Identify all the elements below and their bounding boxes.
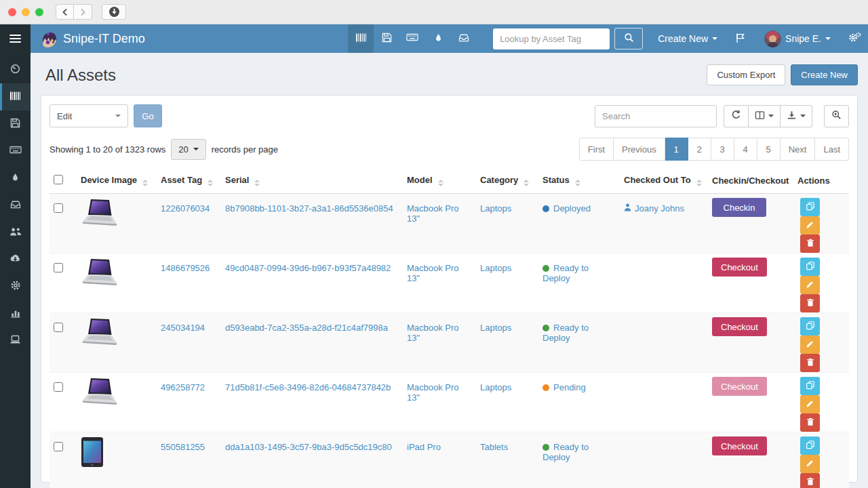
- pagination-button-3[interactable]: 3: [711, 138, 734, 161]
- category-link[interactable]: Laptops: [480, 382, 511, 392]
- feedback-flag-button[interactable]: [735, 33, 747, 45]
- sidebar-item-drawer[interactable]: [0, 192, 31, 219]
- maximize-window-button[interactable]: [35, 8, 43, 16]
- asset-tag-link[interactable]: 496258772: [161, 382, 205, 392]
- navbar-barcode-button[interactable]: [348, 24, 374, 53]
- navbar-drawer-button[interactable]: [451, 24, 477, 53]
- category-link[interactable]: Laptops: [480, 263, 511, 273]
- app-brand[interactable]: Snipe-IT Demo: [31, 30, 145, 47]
- sidebar-item-keyboard[interactable]: [0, 138, 31, 165]
- select-all-checkbox[interactable]: [54, 175, 63, 184]
- minimize-window-button[interactable]: [22, 8, 30, 16]
- export-button[interactable]: [781, 105, 812, 127]
- column-header-checked-out-to[interactable]: Checked Out To: [620, 169, 708, 194]
- column-header-model[interactable]: Model: [403, 169, 476, 194]
- refresh-button[interactable]: [724, 105, 749, 127]
- model-link[interactable]: Macbook Pro 13": [407, 382, 459, 403]
- user-menu[interactable]: Snipe E.: [764, 30, 831, 47]
- delete-button[interactable]: [800, 473, 820, 488]
- model-link[interactable]: Macbook Pro 13": [407, 323, 459, 343]
- asset-tag-link[interactable]: 1226076034: [161, 203, 210, 214]
- device-image-laptop[interactable]: [81, 221, 120, 231]
- edit-button[interactable]: [800, 336, 820, 354]
- row-checkbox[interactable]: [54, 263, 63, 272]
- table-search-input[interactable]: [595, 105, 717, 127]
- delete-button[interactable]: [800, 235, 820, 253]
- row-checkbox[interactable]: [54, 442, 63, 451]
- pagination-button-first[interactable]: First: [579, 138, 614, 161]
- sidebar-item-laptop[interactable]: [0, 327, 31, 354]
- edit-button[interactable]: [800, 455, 820, 473]
- admin-settings-button[interactable]: [848, 32, 861, 45]
- sidebar-item-users[interactable]: [0, 219, 31, 246]
- category-link[interactable]: Tablets: [480, 442, 508, 452]
- navbar-droplet-button[interactable]: [425, 24, 451, 53]
- model-link[interactable]: Macbook Pro 13": [407, 263, 459, 283]
- category-link[interactable]: Laptops: [480, 203, 511, 214]
- checked-out-to-link[interactable]: Joany Johns: [624, 203, 684, 214]
- edit-button[interactable]: [800, 395, 820, 413]
- asset-tag-link[interactable]: 1486679526: [161, 263, 210, 273]
- clone-button[interactable]: [800, 317, 820, 336]
- device-image-laptop[interactable]: [81, 400, 120, 410]
- pagination-button-2[interactable]: 2: [688, 138, 711, 161]
- row-checkbox[interactable]: [54, 323, 63, 332]
- sidebar-item-barcode[interactable]: [0, 83, 31, 110]
- model-link[interactable]: Macbook Pro 13": [407, 203, 459, 224]
- model-link[interactable]: iPad Pro: [407, 442, 441, 452]
- asset-tag-link[interactable]: 245034194: [161, 323, 205, 333]
- column-header-device-image[interactable]: Device Image: [77, 169, 157, 194]
- pagination-button-previous[interactable]: Previous: [614, 138, 665, 161]
- sidebar-item-bar-chart[interactable]: [0, 300, 31, 327]
- checkout-button[interactable]: Checkout: [712, 436, 767, 455]
- pagination-button-1[interactable]: 1: [665, 138, 688, 161]
- pagination-button-last[interactable]: Last: [815, 138, 849, 161]
- clone-button[interactable]: [800, 198, 820, 216]
- column-header-category[interactable]: Category: [476, 169, 538, 194]
- row-checkbox[interactable]: [54, 382, 63, 392]
- category-link[interactable]: Laptops: [480, 323, 511, 333]
- navbar-keyboard-button[interactable]: [399, 24, 425, 53]
- clone-button[interactable]: [800, 436, 820, 455]
- sidebar-item-cloud-download[interactable]: [0, 246, 31, 273]
- toggle-search-button[interactable]: [824, 105, 849, 127]
- device-image-laptop[interactable]: [81, 281, 120, 291]
- sidebar-item-tachometer[interactable]: [0, 56, 31, 83]
- checkout-button[interactable]: Checkout: [712, 317, 767, 336]
- sidebar-item-gear[interactable]: [0, 273, 31, 300]
- bulk-go-button[interactable]: Go: [134, 104, 162, 127]
- page-size-select[interactable]: 20: [171, 139, 205, 160]
- delete-button[interactable]: [800, 354, 820, 372]
- browser-back-button[interactable]: [56, 4, 74, 20]
- edit-button[interactable]: [800, 276, 820, 294]
- checkout-button[interactable]: Checkout: [712, 258, 767, 277]
- device-image-tablet[interactable]: [81, 460, 104, 470]
- navbar-floppy-button[interactable]: [374, 24, 399, 53]
- bulk-actions-select[interactable]: Edit: [50, 104, 128, 127]
- sidebar-toggle-button[interactable]: [0, 24, 31, 53]
- browser-downloads-button[interactable]: [102, 4, 126, 20]
- browser-forward-button[interactable]: [74, 4, 92, 20]
- checkin-button[interactable]: Checkin: [712, 198, 766, 217]
- pagination-button-4[interactable]: 4: [734, 138, 757, 161]
- delete-button[interactable]: [800, 413, 820, 432]
- edit-button[interactable]: [800, 216, 820, 235]
- create-new-button[interactable]: Create New: [791, 64, 858, 85]
- close-window-button[interactable]: [8, 8, 16, 16]
- asset-lookup-input[interactable]: [493, 28, 610, 49]
- column-header-status[interactable]: Status: [538, 169, 620, 194]
- delete-button[interactable]: [800, 294, 820, 312]
- asset-tag-link[interactable]: 550581255: [161, 442, 205, 452]
- sidebar-item-floppy[interactable]: [0, 110, 31, 138]
- columns-toggle-button[interactable]: [749, 105, 781, 127]
- pagination-button-next[interactable]: Next: [781, 138, 816, 161]
- create-new-menu[interactable]: Create New: [658, 33, 717, 44]
- column-header-asset-tag[interactable]: Asset Tag: [157, 169, 221, 194]
- sidebar-item-droplet[interactable]: [0, 165, 31, 192]
- column-header-serial[interactable]: Serial: [221, 169, 403, 194]
- asset-lookup-submit-button[interactable]: [614, 28, 643, 49]
- clone-button[interactable]: [800, 258, 820, 276]
- clone-button[interactable]: [800, 377, 820, 395]
- custom-export-button[interactable]: Custom Export: [707, 64, 785, 85]
- row-checkbox[interactable]: [54, 203, 63, 213]
